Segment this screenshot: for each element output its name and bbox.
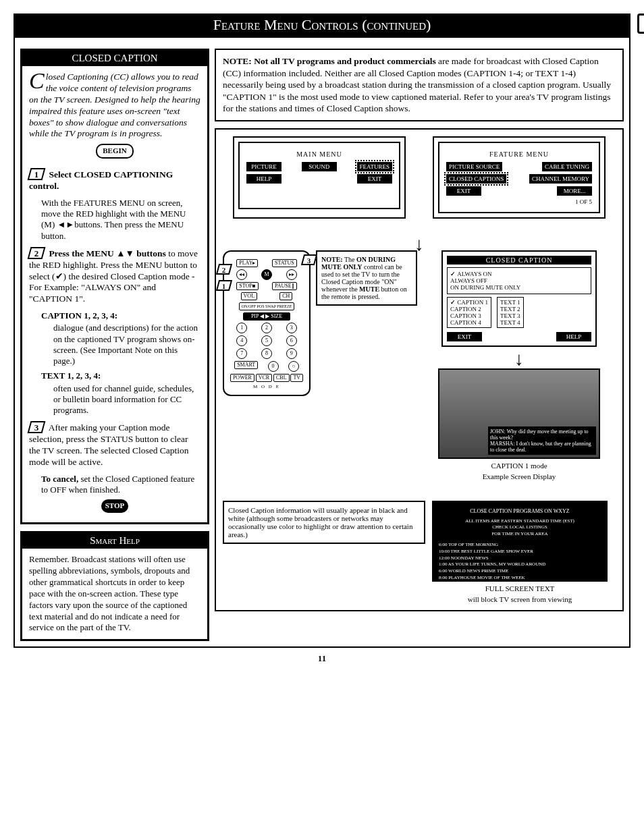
stop-pill: STOP	[101, 499, 128, 513]
scene-caption-text: JOHN: Why did they move the meeting up t…	[488, 426, 596, 455]
menu-btn-exit: EXIT	[357, 174, 392, 184]
mute-note: NOTE: NOTE: The ON DURING MUTE ONLY cont…	[316, 250, 417, 306]
step-1-body: With the FEATURES MENU on screen, move t…	[41, 198, 200, 242]
note-box: NOTE: Not all TV programs and product co…	[215, 49, 624, 121]
fm-btn-closed-captions: CLOSED CAPTIONS	[446, 174, 506, 184]
menu-btn-picture: PICTURE	[246, 162, 281, 171]
callout-3: 3	[301, 254, 317, 265]
diagram-area: MAIN MENU PICTURE SOUND FEATURES HELP EX…	[215, 128, 624, 612]
full-screen-label-2: will block TV screen from viewing	[432, 595, 608, 603]
cc-text-list: TEXT 1 TEXT 2 TEXT 3 TEXT 4	[497, 297, 524, 328]
cc-exit-btn: EXIT	[447, 332, 482, 341]
fm-btn-channel-memory: CHANNEL MEMORY	[529, 174, 592, 184]
main-menu-tv: MAIN MENU PICTURE SOUND FEATURES HELP EX…	[233, 136, 406, 219]
closed-caption-panel: CLOSED CAPTION Closed Captioning (CC) al…	[20, 49, 209, 524]
page-tab-icon	[637, 13, 644, 34]
caption-modes-head: CAPTION 1, 2, 3, 4:	[41, 310, 200, 321]
feature-menu-tv: FEATURE MENU PICTURE SOURCE CABLE TUNING…	[433, 136, 606, 219]
menu-btn-help: HELP	[246, 174, 281, 184]
begin-pill: BEGIN	[96, 144, 133, 159]
smart-help-panel: Smart Help Remember. Broadcast stations …	[20, 531, 209, 641]
arrow-down-icon: ↓	[223, 239, 616, 250]
full-screen-text-example: CLOSE CAPTION PROGRAMS ON WXYZ ALL ITEMS…	[432, 501, 608, 603]
callout-2: 2	[216, 264, 232, 275]
smart-help-title: Smart Help	[22, 533, 207, 549]
cc-caption-list: CAPTION 1 CAPTION 2 CAPTION 3 CAPTION 4	[447, 297, 491, 328]
feature-menu-label: FEATURE MENU	[489, 150, 549, 158]
remote-control: 2 3 1 PLAY▸STATUS ◂◂M▸▸ STOP■PAUSE‖ VOLC…	[223, 250, 311, 396]
menu-btn-sound: SOUND	[302, 162, 337, 171]
scene-label-1: CAPTION 1 mode	[423, 462, 616, 470]
cc-submenu-title: CLOSED CAPTION	[447, 256, 591, 265]
page-title: Feature Menu Controls (continued)	[14, 13, 630, 36]
fm-btn-picture-source: PICTURE SOURCE	[446, 162, 502, 171]
cc-submenu: CLOSED CAPTION ALWAYS ON ALWAYS OFF ON D…	[441, 250, 597, 347]
smart-help-body: Remember. Broadcast stations will often …	[22, 549, 207, 639]
scene-label-2: Example Screen Display	[423, 472, 616, 480]
fm-btn-more: MORE...	[557, 186, 592, 196]
caption-modes-body: dialogue (and descriptions) for the acti…	[53, 323, 200, 366]
fm-btn-exit: EXIT	[446, 186, 481, 196]
step-number-3: 3	[28, 421, 46, 433]
closed-caption-title: CLOSED CAPTION	[22, 51, 207, 66]
text-modes-head: TEXT 1, 2, 3, 4:	[41, 370, 200, 381]
text-modes-body: often used for channel guide, schedules,…	[53, 383, 200, 416]
example-scene: JOHN: Why did they move the meeting up t…	[438, 368, 600, 459]
page-frame: CLOSED CAPTION Closed Captioning (CC) al…	[14, 36, 630, 648]
step-2: 2 Press the MENU ▲▼ buttons to move the …	[29, 247, 200, 305]
cc-color-note: Closed Caption information will usually …	[223, 501, 425, 544]
arrow-down-icon-2: ↓	[423, 354, 616, 365]
cc-always-options: ALWAYS ON ALWAYS OFF ON DURING MUTE ONLY	[447, 267, 591, 294]
callout-1: 1	[216, 280, 232, 291]
cc-intro-text: Closed Captioning (CC) allows you to rea…	[29, 72, 200, 140]
step-1: 1 Select CLOSED CAPTIONING control.	[29, 168, 200, 192]
step-number-2: 2	[28, 247, 46, 259]
step-3: 3 After making your Caption mode selecti…	[29, 421, 200, 468]
main-menu-label: MAIN MENU	[296, 150, 342, 158]
full-screen-label-1: FULL SCREEN TEXT	[432, 584, 608, 592]
fm-btn-cable-tuning: CABLE TUNING	[542, 162, 592, 171]
step-number-1: 1	[28, 168, 46, 180]
feature-menu-pager: 1 OF 5	[446, 198, 592, 205]
cc-help-btn: HELP	[556, 332, 591, 341]
page-number: 11	[14, 653, 630, 664]
cancel-text: To cancel, To cancel, set the Closed Cap…	[41, 474, 200, 496]
menu-btn-features: FEATURES	[357, 162, 393, 171]
